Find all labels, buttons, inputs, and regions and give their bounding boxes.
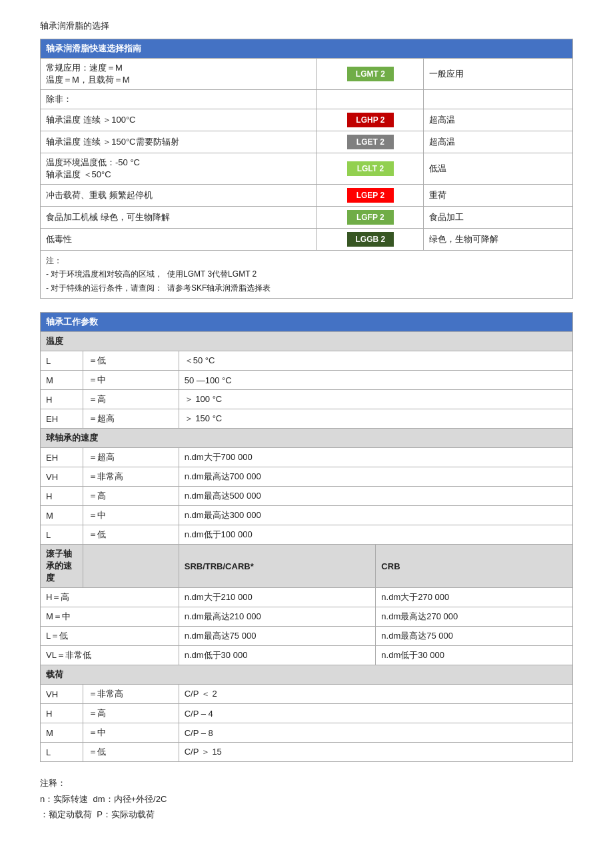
ball-speed-header: 球轴承的速度 [41,429,573,448]
quick-selection-table: 轴承润滑脂快速选择指南 常规应用：速度＝M温度＝M，且载荷＝M LGMT 2 一… [40,39,573,299]
table-row: 低毒性 LGGB 2 绿色，生物可降解 [41,229,573,251]
crb-value: n.dm大于270 000 [376,588,573,607]
badge-cell: LGFP 2 [317,207,424,229]
table-row: H ＝高 C/P – 4 [41,704,573,723]
section-header-row: 球轴承的速度 [41,429,573,448]
table-row: EH ＝超高 n.dm大于700 000 [41,448,573,467]
code-cell: M [41,723,83,743]
table-row: VH ＝非常高 C/P ＜ 2 [41,685,573,704]
value-cell: C/P ＜ 2 [179,685,572,704]
section-header-row: 载荷 [41,665,573,685]
condition-cell: 食品加工机械 绿色，可生物降解 [41,207,317,229]
roller-speed-header: 滚子轴承的速度 [41,545,83,588]
condition-cell: 轴承温度 连续 ＞150°C需要防辐射 [41,131,317,153]
condition-cell: 低毒性 [41,229,317,251]
table-row: EH ＝超高 ＞ 150 °C [41,409,573,429]
footnote-c: ：额定动载荷 P：实际动载荷 [40,807,573,822]
desc-cell: 超高温 [424,131,573,153]
load-section-header: 载荷 [41,665,573,685]
desc-cell: 低温 [424,153,573,185]
lghp2-badge: LGHP 2 [347,113,394,127]
lglt2-badge: LGLT 2 [347,161,394,176]
value-cell: n.dm大于700 000 [179,448,572,467]
table-row: 冲击载荷、重载 频繁起停机 LGEP 2 重荷 [41,185,573,207]
srb-value: n.dm大于210 000 [179,588,376,607]
desc-cell: 重荷 [424,185,573,207]
srb-value: n.dm最高达210 000 [179,607,376,627]
desc-cell: 绿色，生物可降解 [424,229,573,251]
desc-cell: 超高温 [424,109,573,131]
table-row-notes: 注： - 对于环境温度相对较高的区域， 使用LGMT 3代替LGMT 2 - 对… [41,251,573,299]
footnote-n: n：实际转速 dm：内径+外径/2C [40,791,573,807]
desc-cell: ＝中 [83,371,179,390]
table-row: L ＝低 n.dm低于100 000 [41,525,573,545]
condition-cell: 冲击载荷、重载 频繁起停机 [41,185,317,207]
footnotes-block: 注释： n：实际转速 dm：内径+外径/2C ：额定动载荷 P：实际动载荷 [40,775,573,822]
desc-cell [424,90,573,109]
code-cell: L [41,525,83,545]
crb-value: n.dm低于30 000 [376,646,573,665]
badge-cell: LGET 2 [317,131,424,153]
table-row: L ＝低 ＜50 °C [41,351,573,371]
table-row: 常规应用：速度＝M温度＝M，且载荷＝M LGMT 2 一般应用 [41,59,573,90]
table-row: 轴承温度 连续 ＞100°C LGHP 2 超高温 [41,109,573,131]
code-cell: VH [41,467,83,487]
section-header-row: 温度 [41,332,573,351]
desc-cell: ＝非常高 [83,685,179,704]
desc-cell: ＝中 [83,723,179,743]
roller-col-srb: SRB/TRB/CARB* [179,545,376,588]
crb-value: n.dm最高达270 000 [376,607,573,627]
value-cell: C/P – 8 [179,723,572,743]
value-cell: n.dm最高达300 000 [179,506,572,525]
table-row: M ＝中 C/P – 8 [41,723,573,743]
operating-params-table: 轴承工作参数 温度 L ＝低 ＜50 °C M ＝中 50 —100 °C H … [40,312,573,762]
badge-cell [317,90,424,109]
temp-section-header: 温度 [41,332,573,351]
badge-cell: LGGB 2 [317,229,424,251]
table-row: 温度环境温度低：-50 °C轴承温度 ＜50°C LGLT 2 低温 [41,153,573,185]
code-cell: H [41,390,83,409]
badge-cell: LGEP 2 [317,185,424,207]
desc-cell: 食品加工 [424,207,573,229]
srb-value: n.dm最高达75 000 [179,627,376,646]
crb-value: n.dm最高达75 000 [376,627,573,646]
value-cell: ＞ 100 °C [179,390,572,409]
desc-cell: ＝高 [83,487,179,506]
desc-cell: ＝低 [83,351,179,371]
lgfp2-badge: LGFP 2 [347,210,394,225]
desc-cell: ＝中 [83,506,179,525]
table-row: H＝高 n.dm大于210 000 n.dm大于270 000 [41,588,573,607]
code-cell: M [41,506,83,525]
desc-cell: 一般应用 [424,59,573,90]
table-row: L＝低 n.dm最高达75 000 n.dm最高达75 000 [41,627,573,646]
desc-cell: ＝低 [83,525,179,545]
footnote-title: 注释： [40,775,573,791]
table2-header: 轴承工作参数 [41,313,573,332]
table-row: H ＝高 n.dm最高达500 000 [41,487,573,506]
section-header-row: 滚子轴承的速度 SRB/TRB/CARB* CRB [41,545,573,588]
desc-cell: ＝超高 [83,409,179,429]
lggb2-badge: LGGB 2 [347,232,394,247]
desc-cell: ＝高 [83,390,179,409]
badge-cell: LGLT 2 [317,153,424,185]
table-row: 食品加工机械 绿色，可生物降解 LGFP 2 食品加工 [41,207,573,229]
code-cell: L＝低 [41,627,179,646]
value-cell: ＜50 °C [179,351,572,371]
value-cell: 50 —100 °C [179,371,572,390]
lget2-badge: LGET 2 [347,135,394,149]
roller-col-crb: CRB [376,545,573,588]
table1-header: 轴承润滑脂快速选择指南 [41,39,573,59]
code-cell: L [41,743,83,762]
table-row: H ＝高 ＞ 100 °C [41,390,573,409]
srb-value: n.dm低于30 000 [179,646,376,665]
page-title: 轴承润滑脂的选择 [40,20,573,32]
table-row: M ＝中 n.dm最高达300 000 [41,506,573,525]
condition-cell: 轴承温度 连续 ＞100°C [41,109,317,131]
table-row: M＝中 n.dm最高达210 000 n.dm最高达270 000 [41,607,573,627]
code-cell: VH [41,685,83,704]
code-cell: M＝中 [41,607,179,627]
value-cell: C/P – 4 [179,704,572,723]
notes-cell: 注： - 对于环境温度相对较高的区域， 使用LGMT 3代替LGMT 2 - 对… [41,251,573,299]
code-cell: L [41,351,83,371]
desc-cell: ＝非常高 [83,467,179,487]
